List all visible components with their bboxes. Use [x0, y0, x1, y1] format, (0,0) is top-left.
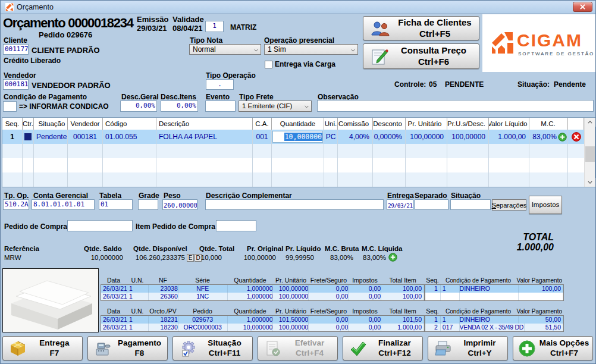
situacao-item-input[interactable]	[450, 199, 491, 210]
matriz-input[interactable]: 1	[205, 21, 224, 32]
separado-input[interactable]	[415, 199, 448, 210]
tipo-operacao-input[interactable]: .	[206, 79, 234, 90]
cell-actions	[568, 130, 584, 144]
nf-row-1[interactable]: 26/03/21 1 23038 NFE 1,000000 100,00000 …	[101, 285, 424, 293]
entrega-input[interactable]: 29/03/21	[387, 199, 413, 210]
evento-input[interactable]	[205, 101, 236, 112]
grid-row-empty[interactable]	[2, 144, 584, 158]
qtde-disponivel-value: 106.260,233375	[126, 254, 185, 261]
close-icon	[580, 4, 585, 10]
cell-ctr	[23, 130, 34, 144]
cell-seq: 1	[2, 130, 23, 144]
imprimir-button[interactable]: ImprimirCtrl+Y	[428, 336, 508, 360]
entrega-carga-label: Entrega via Carga	[275, 60, 335, 68]
pag2-row-1[interactable]: 1 1 DINHEIRO 50,00	[425, 316, 563, 324]
tabela-label: Tabela	[99, 192, 121, 200]
pag1-row-2[interactable]	[425, 293, 563, 300]
total-label: TOTAL	[494, 232, 554, 243]
pv-row-1[interactable]: 26/03/21 1 18231 029673 1,000000 101,500…	[101, 316, 424, 324]
col-actions	[568, 118, 584, 130]
grid-row-1[interactable]: 1 Pendente 000181 01.00.055 FOLHA A4 PAP…	[2, 130, 584, 144]
pv-row-2[interactable]: 26/03/21 1 18230 ORC0000003 10,000000 10…	[101, 324, 424, 331]
col-pr-us-desc[interactable]: Pr.U.s/Desc.	[447, 118, 489, 130]
tabela-input[interactable]: 01	[99, 199, 133, 210]
cell-quantidade: 10,000000	[272, 130, 324, 144]
finalizar-button[interactable]: FinalizarCtrl+F12	[343, 336, 423, 360]
grade-input[interactable]	[138, 199, 158, 210]
page-title: Orçamento 0000018234	[3, 15, 133, 31]
efetivar-button[interactable]: EfetivarCtrl+F4	[258, 336, 338, 360]
situacao-value: Pendente	[554, 80, 586, 89]
situacao-button[interactable]: SituaçãoCtrl+F11	[172, 336, 253, 360]
entrega-carga-checkbox[interactable]	[265, 61, 272, 68]
mais-opcoes-button[interactable]: Mais OpçõesCtrl+F7	[513, 336, 593, 360]
peso-input[interactable]: 260,00000	[162, 199, 197, 210]
col-vendedor[interactable]: Vendedor	[68, 118, 103, 130]
col-pr-unitario[interactable]: Pr. Unitário	[406, 118, 447, 130]
col-mc[interactable]: M.C.	[529, 118, 568, 130]
col-desconto[interactable]: Desconto	[373, 118, 406, 130]
operacao-select[interactable]: 1 Sim	[264, 44, 358, 55]
cliente-code-input[interactable]: 001177	[3, 44, 29, 55]
vendedor-code-input[interactable]: 000181	[3, 79, 29, 90]
ficha-clientes-button[interactable]: Ficha de ClientesCtrl+F5	[363, 16, 479, 40]
close-button[interactable]	[573, 2, 592, 12]
quantidade-edit[interactable]: 10,000000	[272, 131, 323, 143]
e-button[interactable]: E	[187, 254, 194, 262]
pag2-row-2[interactable]: 2 017 VENDA 02 X - 35/49 DD 51,50	[425, 324, 563, 331]
col-seq[interactable]: Seq.	[2, 118, 23, 130]
observacao-input[interactable]	[317, 100, 594, 112]
col-ca[interactable]: C.A.	[253, 118, 272, 130]
qtde-saldo-value: 10,000000	[78, 254, 123, 261]
delete-icon[interactable]	[572, 132, 581, 142]
scroll-thumb[interactable]	[585, 146, 595, 162]
nf-row-2[interactable]: 26/03/21 1 26360 1NC 1,000000 100,00000 …	[101, 293, 424, 300]
cigam-logo-tagline: SOFTWARE DE GESTÃO	[518, 51, 594, 57]
tipo-nota-select[interactable]: Normal	[189, 44, 261, 55]
pr-original-label: Pr. Original	[247, 245, 283, 252]
tipo-frete-select[interactable]: 1 Emitente (CIF)	[239, 101, 312, 112]
col-quantidade[interactable]: Quantidade	[272, 118, 324, 130]
desc-itens-input[interactable]: 0,00%	[161, 101, 198, 112]
col-codigo[interactable]: Código	[103, 118, 156, 130]
conta-gerencial-label: Conta Gerencial	[33, 192, 88, 200]
grid-row-empty[interactable]	[2, 158, 584, 172]
item-pedido-input[interactable]	[216, 220, 256, 231]
pag2-table: 1 1 DINHEIRO 50,00 2 017 VENDA 02 X - 35…	[425, 315, 564, 332]
printer-icon	[434, 340, 452, 357]
condicao-pagamento-input[interactable]	[3, 101, 17, 112]
desc-itens-label: Desc.Itens	[161, 93, 196, 101]
consulta-preco-button[interactable]: Consulta PreçoCtrl+F6	[363, 43, 479, 69]
pedido-compra-input[interactable]	[67, 220, 133, 231]
desc-geral-input[interactable]: 0,00%	[120, 101, 157, 112]
consulta-preco-label: Consulta Preço	[388, 45, 479, 57]
total-value: 1.000,00	[494, 242, 554, 253]
tipo-frete-label: Tipo Frete	[239, 93, 274, 101]
mc-liquida-add-icon[interactable]	[388, 253, 397, 262]
add-icon[interactable]	[558, 133, 567, 142]
situacao-label: Situação:	[517, 80, 550, 89]
col-descricao[interactable]: Descrição	[156, 118, 253, 130]
scroll-down-button[interactable]	[585, 178, 595, 187]
desc-complementar-input[interactable]	[205, 199, 384, 210]
scroll-up-button[interactable]	[585, 118, 595, 127]
entrega-button[interactable]: EntregaF7	[2, 336, 83, 360]
arrow-down-icon	[588, 181, 592, 184]
col-valor-liquido[interactable]: Valor Líquido	[489, 118, 529, 130]
separacoes-button[interactable]: Separações	[492, 199, 526, 211]
conta-gerencial-input[interactable]: 8.01.01.01.01	[32, 199, 95, 210]
grid-scrollbar[interactable]	[584, 118, 595, 187]
window-title: Orçamento	[17, 3, 54, 11]
col-comissao[interactable]: Comissão	[338, 118, 373, 130]
impostos-button[interactable]: Impostos	[529, 196, 562, 214]
package-icon	[9, 340, 27, 357]
tp-op-input[interactable]: 510.2A	[3, 199, 29, 210]
pagamento-button[interactable]: PagamentoF8	[87, 336, 168, 360]
vendedor-name: VENDEDOR PADRÃO	[32, 81, 111, 90]
col-situacao[interactable]: Situação	[34, 118, 68, 130]
col-uni[interactable]: Uni.	[324, 118, 338, 130]
tipo-frete-value: 1 Emitente (CIF)	[242, 102, 292, 109]
pag1-row-1[interactable]: 1 1 DINHEIRO 100,00	[425, 285, 563, 293]
grid-row-empty[interactable]	[2, 172, 584, 187]
col-ctr[interactable]: Ctr.	[23, 118, 34, 130]
